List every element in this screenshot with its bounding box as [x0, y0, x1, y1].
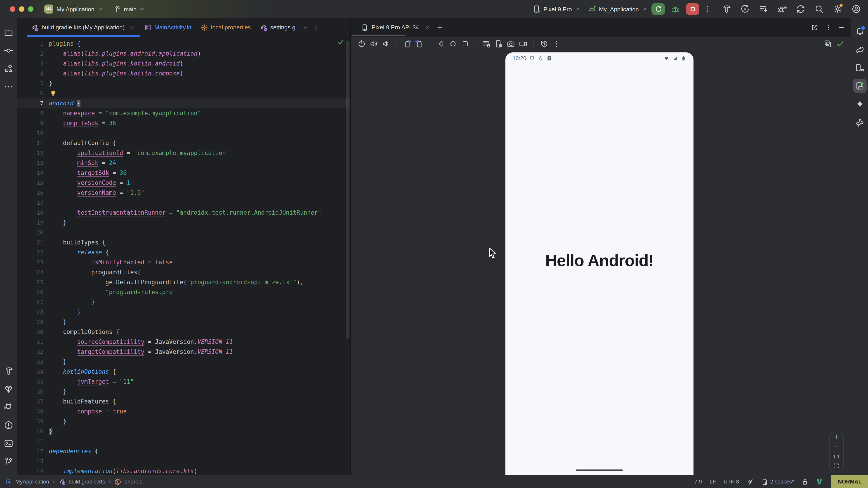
- tool-stripe-commit[interactable]: [2, 41, 15, 60]
- fit-screen-button[interactable]: [833, 463, 839, 469]
- nav-back-button[interactable]: [437, 40, 445, 48]
- code-line-2[interactable]: 2 alias(libs.plugins.android.application…: [17, 49, 350, 59]
- code-line-38[interactable]: 38 compose = true: [17, 407, 350, 417]
- code-line-43[interactable]: 43: [17, 456, 350, 466]
- tool-stripe-resource-manager[interactable]: [2, 60, 15, 78]
- code-line-27[interactable]: 27 ): [17, 297, 350, 307]
- tab-build-gradle-kts[interactable]: build.gradle.kts (My Application): [27, 18, 140, 37]
- caret-position-widget[interactable]: 7:9: [694, 479, 702, 485]
- screen-record-button[interactable]: [519, 40, 527, 48]
- tool-stripe-problems[interactable]: [2, 416, 15, 434]
- breadcrumb-file[interactable]: build.gradle.kts: [68, 479, 105, 485]
- breadcrumb-element[interactable]: android: [125, 479, 143, 485]
- code-line-37[interactable]: 37 buildFeatures {: [17, 397, 350, 407]
- vcs-branch-widget[interactable]: main: [114, 0, 145, 18]
- code-line-26[interactable]: 26 "proguard-rules.pro": [17, 287, 350, 297]
- ai-assistant-off-icon[interactable]: [747, 478, 753, 485]
- navigation-pill[interactable]: [576, 469, 623, 471]
- search-icon[interactable]: [815, 4, 824, 13]
- power-button[interactable]: [358, 40, 366, 48]
- apply-changes-restart-icon[interactable]: A: [741, 4, 749, 13]
- code-line-3[interactable]: 3 alias(libs.plugins.kotlin.android): [17, 59, 350, 69]
- code-line-28[interactable]: 28 }: [17, 307, 350, 317]
- code-line-16[interactable]: 16 versionName = "1.0": [17, 188, 350, 198]
- code-line-14[interactable]: 14 targetSdk = 36: [17, 168, 350, 178]
- nav-home-button[interactable]: [449, 40, 457, 48]
- sync-project-icon[interactable]: [796, 4, 805, 13]
- volume-up-button[interactable]: [370, 40, 378, 48]
- tool-stripe-more-horizontal[interactable]: [2, 78, 15, 96]
- rerun-button[interactable]: [651, 3, 665, 15]
- open-in-new-window-button[interactable]: [811, 24, 818, 31]
- tool-stripe-gradle-elephant[interactable]: [853, 41, 866, 59]
- maximize-window-button[interactable]: [28, 6, 33, 12]
- hidden-tabs-chevron[interactable]: [300, 18, 311, 37]
- code-line-1[interactable]: 1plugins {: [17, 39, 350, 49]
- inspections-ok-icon[interactable]: [337, 39, 344, 46]
- tab-local-properties[interactable]: local.properties: [196, 18, 255, 37]
- editor-scrollbar[interactable]: [346, 41, 349, 339]
- code-line-25[interactable]: 25 getDefaultProguardFile("proguard-andr…: [17, 278, 350, 287]
- more-run-options-button[interactable]: [704, 5, 711, 13]
- vim-icon[interactable]: [816, 478, 823, 485]
- tool-stripe-notifications-bell[interactable]: [853, 23, 866, 41]
- lock-open-icon[interactable]: [802, 478, 809, 485]
- breadcrumb-project[interactable]: MyApplication: [16, 479, 49, 485]
- check-ok-button[interactable]: [836, 40, 844, 48]
- code-line-32[interactable]: 32 targetCompatibility = JavaVersion.VER…: [17, 347, 350, 357]
- rotate-right-button[interactable]: [415, 40, 424, 48]
- encoding-widget[interactable]: UTF-8: [723, 479, 739, 485]
- hide-minus-button[interactable]: [838, 24, 845, 31]
- tab-mainactivity-kt[interactable]: MainActivity.kt: [140, 18, 196, 37]
- intention-bulb-icon[interactable]: [50, 90, 57, 97]
- settings-gear-icon[interactable]: [833, 4, 842, 13]
- close-window-button[interactable]: [10, 6, 16, 12]
- indent-widget[interactable]: 2 spaces*: [761, 478, 794, 485]
- code-line-19[interactable]: 19 }: [17, 218, 350, 228]
- code-line-8[interactable]: 8 namespace = "com.example.myapplication…: [17, 108, 350, 119]
- project-widget[interactable]: MA My Application: [44, 0, 103, 18]
- add-device-tab-button[interactable]: [434, 22, 446, 33]
- emulator-screen[interactable]: 10:20 A Hello Android!: [505, 53, 693, 475]
- code-line-29[interactable]: 29 }: [17, 317, 350, 327]
- device-settings-button[interactable]: [495, 40, 503, 48]
- close-icon[interactable]: [129, 24, 135, 31]
- tab-scrollbar[interactable]: [352, 35, 405, 36]
- code-line-18[interactable]: 18 testInstrumentationRunner = "androidx…: [17, 208, 350, 218]
- tab-settings-gradle[interactable]: settings.g: [255, 18, 300, 37]
- code-line-6[interactable]: 6: [17, 89, 350, 98]
- screenshot-camera-button[interactable]: [507, 40, 515, 48]
- vim-mode-badge[interactable]: NORMAL: [832, 475, 868, 488]
- code-line-36[interactable]: 36 }: [17, 387, 350, 397]
- code-line-33[interactable]: 33 }: [17, 357, 350, 367]
- tool-stripe-gemini-sparkle[interactable]: [853, 95, 866, 113]
- more-vertical-button[interactable]: [825, 24, 832, 31]
- build-hammer-icon[interactable]: [722, 4, 731, 13]
- code-line-11[interactable]: 11 defaultConfig {: [17, 138, 350, 148]
- volume-down-button[interactable]: [382, 40, 390, 48]
- zoom-in-button[interactable]: [833, 434, 839, 440]
- code-line-22[interactable]: 22 release {: [17, 248, 350, 258]
- code-editor[interactable]: 1plugins {2 alias(libs.plugins.android.a…: [17, 37, 350, 475]
- tool-stripe-plane[interactable]: [853, 113, 866, 131]
- tool-stripe-build-hammer[interactable]: [2, 362, 15, 380]
- code-line-41[interactable]: 41: [17, 436, 350, 447]
- apply-code-changes-icon[interactable]: [759, 4, 768, 13]
- tool-stripe-logcat-cat[interactable]: [2, 398, 15, 416]
- profile-icon[interactable]: [852, 4, 861, 13]
- code-line-13[interactable]: 13 minSdk = 24: [17, 158, 350, 168]
- code-line-40[interactable]: 40}: [17, 427, 350, 436]
- device-selector[interactable]: Pixel 9 Pro: [532, 5, 580, 13]
- code-line-42[interactable]: 42dependencies {: [17, 447, 350, 456]
- attach-debugger-icon[interactable]: [778, 4, 786, 13]
- code-line-7[interactable]: 7android {: [17, 98, 350, 108]
- code-line-23[interactable]: 23 isMinifyEnabled = false: [17, 258, 350, 267]
- tool-stripe-device-manager[interactable]: [853, 59, 866, 77]
- code-line-20[interactable]: 20: [17, 228, 350, 238]
- code-line-31[interactable]: 31 sourceCompatibility = JavaVersion.VER…: [17, 337, 350, 347]
- code-line-24[interactable]: 24 proguardFiles(: [17, 267, 350, 278]
- nav-recents-button[interactable]: [461, 40, 469, 48]
- rotate-left-button[interactable]: [403, 40, 411, 48]
- tool-stripe-terminal[interactable]: [2, 434, 15, 452]
- code-line-44[interactable]: 44 implementation(libs.androidx.core.ktx…: [17, 466, 350, 475]
